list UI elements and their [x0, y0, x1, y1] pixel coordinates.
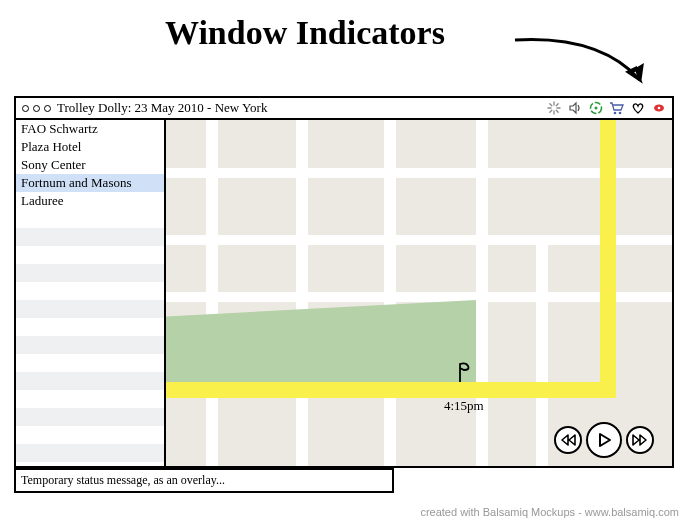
annotation-label: Window Indicators [165, 14, 445, 52]
annotation-arrow [510, 30, 660, 100]
playback-controls [554, 422, 654, 458]
play-button[interactable] [586, 422, 622, 458]
svg-point-11 [619, 112, 622, 115]
loading-icon [546, 101, 561, 116]
forward-button[interactable] [626, 426, 654, 454]
map-road [536, 235, 548, 466]
list-item[interactable]: Fortnum and Masons [16, 174, 164, 192]
list-item[interactable]: Sony Center [16, 156, 164, 174]
window-title: Trolley Dolly: 23 May 2010 - New York [57, 100, 267, 116]
credit-text: created with Balsamiq Mockups - www.bals… [420, 506, 679, 518]
list-item[interactable]: Plaza Hotel [16, 138, 164, 156]
map-road [206, 120, 218, 466]
heart-icon[interactable] [630, 101, 645, 116]
list-item[interactable]: FAO Schwartz [16, 120, 164, 138]
map-road [476, 120, 488, 466]
marker-time: 4:15pm [444, 398, 484, 414]
map-route [166, 382, 616, 398]
svg-point-9 [594, 107, 597, 110]
svg-line-5 [556, 110, 558, 112]
titlebar: Trolley Dolly: 23 May 2010 - New York [16, 98, 672, 120]
map-road [296, 120, 308, 466]
window-indicators [546, 101, 666, 116]
map-road [166, 235, 672, 245]
map-road [166, 168, 672, 178]
sound-icon[interactable] [567, 101, 582, 116]
status-message: Temporary status message, as an overlay.… [14, 468, 394, 493]
record-icon[interactable] [651, 101, 666, 116]
window-controls[interactable] [22, 105, 51, 112]
flag-icon[interactable] [456, 362, 478, 384]
close-dot[interactable] [22, 105, 29, 112]
rewind-button[interactable] [554, 426, 582, 454]
map-road [166, 292, 672, 302]
svg-line-4 [549, 104, 551, 106]
location-sidebar: FAO Schwartz Plaza Hotel Sony Center For… [16, 120, 166, 466]
minimize-dot[interactable] [33, 105, 40, 112]
list-empty-area [16, 210, 164, 466]
svg-line-7 [556, 104, 558, 106]
map-route [600, 120, 616, 398]
map-view[interactable]: 4:15pm [166, 120, 672, 466]
svg-point-13 [657, 107, 660, 110]
gps-icon[interactable] [588, 101, 603, 116]
zoom-dot[interactable] [44, 105, 51, 112]
cart-icon[interactable] [609, 101, 624, 116]
svg-line-6 [549, 110, 551, 112]
map-road [384, 120, 396, 466]
svg-point-10 [614, 112, 617, 115]
list-item[interactable]: Laduree [16, 192, 164, 210]
app-window: Trolley Dolly: 23 May 2010 - New York [14, 96, 674, 468]
